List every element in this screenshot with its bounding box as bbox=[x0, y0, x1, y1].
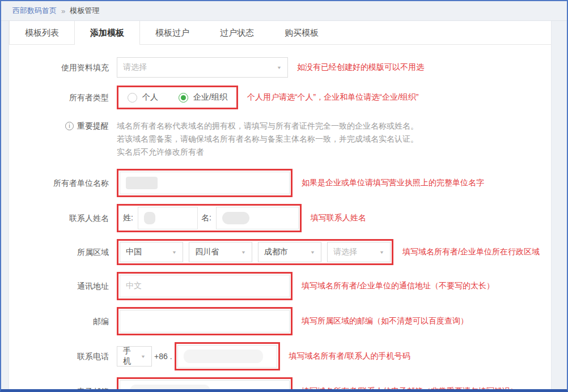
important-notice-title: 重要提醒 bbox=[77, 120, 109, 133]
owner-org-name-label: 所有者单位名称 bbox=[9, 172, 109, 194]
breadcrumb: 西部数码首页 » 模板管理 bbox=[1, 1, 567, 21]
phone-required-box bbox=[175, 342, 280, 370]
email-label: 电子邮箱 bbox=[9, 380, 109, 389]
tab-transfer-status[interactable]: 过户状态 bbox=[205, 21, 269, 44]
row-contact-name: 联系人姓名 姓: 名: 填写联系人姓名 bbox=[9, 204, 551, 232]
address-placeholder: 中文 bbox=[126, 281, 142, 291]
chevron-down-icon: ▼ bbox=[310, 250, 315, 255]
address-required-box: 中文 bbox=[117, 272, 293, 300]
zip-label: 邮编 bbox=[9, 310, 109, 333]
chevron-down-icon: ▼ bbox=[172, 250, 177, 255]
important-notice-text: 域名所有者名称代表域名的拥有权，请填写与所有者证件完全一致的企业名称或姓名。 若… bbox=[117, 120, 418, 159]
owner-type-label: 所有者类型 bbox=[9, 86, 109, 109]
field-hint: 填写域名所有者/企业单位的通信地址（不要写的太长） bbox=[302, 281, 494, 291]
row-zip: 邮编 填写所属区域的邮编（如不清楚可以百度查询） bbox=[9, 307, 551, 335]
region-country-value: 中国 bbox=[126, 247, 142, 257]
tab-buy-template[interactable]: 购买模板 bbox=[269, 21, 334, 44]
fill-from-template-placeholder: 请选择 bbox=[123, 62, 147, 73]
row-important-notice: i 重要提醒 域名所有者名称代表域名的拥有权，请填写与所有者证件完全一致的企业名… bbox=[9, 120, 551, 159]
owner-type-required-box: 个人 企业/组织 bbox=[117, 86, 238, 109]
content-panel: 模板列表 添加模板 模板过户 过户状态 购买模板 使用资料填充 请选择 ▼ 如没… bbox=[9, 21, 552, 389]
region-district-select[interactable]: 请选择 ▼ bbox=[327, 242, 391, 262]
contact-name-required-box: 姓: 名: bbox=[117, 204, 302, 232]
zip-required-box bbox=[117, 307, 293, 335]
region-city-value: 成都市 bbox=[264, 247, 288, 257]
field-hint: 填写所属区域的邮编（如不清楚可以百度查询） bbox=[302, 316, 468, 326]
first-name-label: 名: bbox=[201, 213, 211, 223]
region-province-select[interactable]: 四川省 ▼ bbox=[189, 242, 252, 262]
row-email: 电子邮箱 . 填写域名所有者/联系人的电子邮箱（非常重要请勿填写错误） bbox=[9, 377, 551, 389]
email-input[interactable]: . bbox=[120, 380, 290, 389]
tab-add-template[interactable]: 添加模板 bbox=[75, 21, 140, 44]
notice-line: 若该域名需备案，请确保域名所有者名称与备案主体名称一致，并完成域名实名认证。 bbox=[117, 133, 418, 146]
redacted-value bbox=[130, 385, 210, 389]
radio-icon bbox=[128, 93, 137, 103]
tab-template-transfer[interactable]: 模板过户 bbox=[140, 21, 205, 44]
tab-bar: 模板列表 添加模板 模板过户 过户状态 购买模板 bbox=[9, 21, 551, 45]
fill-from-template-label: 使用资料填充 bbox=[9, 56, 109, 79]
field-hint: 填写域名所有者/联系人的手机号码 bbox=[289, 351, 410, 361]
owner-org-name-required-box bbox=[117, 169, 293, 197]
region-country-select[interactable]: 中国 ▼ bbox=[120, 242, 183, 262]
row-region: 所属区域 中国 ▼ 四川省 ▼ 成都市 ▼ 请选择 ▼ bbox=[9, 239, 551, 265]
redacted-value bbox=[184, 350, 263, 363]
field-hint: 填写域名所有者/企业单位所在行政区域 bbox=[402, 247, 540, 257]
notice-line: 域名所有者名称代表域名的拥有权，请填写与所有者证件完全一致的企业名称或姓名。 bbox=[117, 120, 418, 133]
email-visible-prefix: . bbox=[126, 385, 128, 389]
row-phone: 联系电话 手机 ▼ +86 . 填写域名所有者/联系人的手机号码 bbox=[9, 342, 551, 370]
first-name-input[interactable] bbox=[216, 207, 299, 229]
owner-type-personal-label: 个人 bbox=[142, 92, 158, 103]
email-required-box: . bbox=[117, 377, 293, 389]
breadcrumb-home-link[interactable]: 西部数码首页 bbox=[12, 6, 57, 16]
region-label: 所属区域 bbox=[9, 241, 109, 263]
add-template-form: 使用资料填充 请选择 ▼ 如没有已经创建好的模版可以不用选 所有者类型 个人 企… bbox=[9, 45, 551, 389]
tab-template-list[interactable]: 模板列表 bbox=[9, 21, 75, 44]
info-icon: i bbox=[65, 122, 74, 130]
phone-country-code: +86 . bbox=[154, 352, 172, 361]
redacted-value bbox=[126, 177, 158, 189]
breadcrumb-separator: » bbox=[61, 7, 65, 15]
breadcrumb-current: 模板管理 bbox=[70, 6, 99, 16]
field-hint: 如没有已经创建好的模版可以不用选 bbox=[297, 62, 424, 73]
field-hint: 填写域名所有者/联系人的电子邮箱（非常重要请勿填写错误） bbox=[302, 386, 518, 389]
phone-type-value: 手机 bbox=[123, 346, 136, 367]
phone-label: 联系电话 bbox=[9, 345, 109, 368]
row-owner-org-name: 所有者单位名称 如果是企业或单位请填写营业执照上的完整单位名字 bbox=[9, 169, 551, 197]
address-label: 通讯地址 bbox=[9, 275, 109, 297]
field-hint: 个人用户请选“个人”，企业和单位请选“企业/组织” bbox=[247, 92, 419, 103]
redacted-value bbox=[144, 212, 155, 224]
row-address: 通讯地址 中文 填写域名所有者/企业单位的通信地址（不要写的太长） bbox=[9, 272, 551, 300]
region-province-value: 四川省 bbox=[195, 247, 219, 257]
owner-type-enterprise-label: 企业/组织 bbox=[193, 92, 227, 103]
owner-type-radio-enterprise[interactable]: 企业/组织 bbox=[179, 92, 227, 103]
chevron-down-icon: ▼ bbox=[379, 250, 384, 255]
region-district-placeholder: 请选择 bbox=[333, 247, 357, 257]
zip-input[interactable] bbox=[120, 310, 290, 333]
owner-org-name-input[interactable] bbox=[120, 172, 290, 194]
field-hint: 填写联系人姓名 bbox=[311, 213, 366, 223]
radio-icon bbox=[179, 93, 188, 103]
owner-type-radio-personal[interactable]: 个人 bbox=[128, 92, 158, 103]
phone-number-input[interactable] bbox=[177, 345, 277, 368]
phone-type-select[interactable]: 手机 ▼ bbox=[117, 346, 152, 367]
row-fill-from-template: 使用资料填充 请选择 ▼ 如没有已经创建好的模版可以不用选 bbox=[9, 56, 551, 79]
redacted-value bbox=[222, 212, 249, 224]
contact-name-label: 联系人姓名 bbox=[9, 207, 109, 229]
region-city-select[interactable]: 成都市 ▼ bbox=[258, 242, 321, 262]
last-name-input[interactable] bbox=[138, 207, 198, 229]
chevron-down-icon: ▼ bbox=[241, 250, 246, 255]
address-input[interactable]: 中文 bbox=[120, 275, 290, 297]
chevron-down-icon: ▼ bbox=[277, 65, 282, 70]
notice-line: 实名后不允许修改所有者 bbox=[117, 146, 418, 159]
row-owner-type: 所有者类型 个人 企业/组织 个人用户请选“个人”，企业和单位请选“企业/组织” bbox=[9, 86, 551, 109]
chevron-down-icon: ▼ bbox=[141, 354, 146, 359]
important-notice-label: i 重要提醒 bbox=[9, 120, 109, 133]
fill-from-template-select[interactable]: 请选择 ▼ bbox=[117, 57, 288, 78]
field-hint: 如果是企业或单位请填写营业执照上的完整单位名字 bbox=[302, 178, 484, 188]
region-required-box: 中国 ▼ 四川省 ▼ 成都市 ▼ 请选择 ▼ bbox=[117, 239, 393, 265]
last-name-label: 姓: bbox=[123, 213, 133, 223]
